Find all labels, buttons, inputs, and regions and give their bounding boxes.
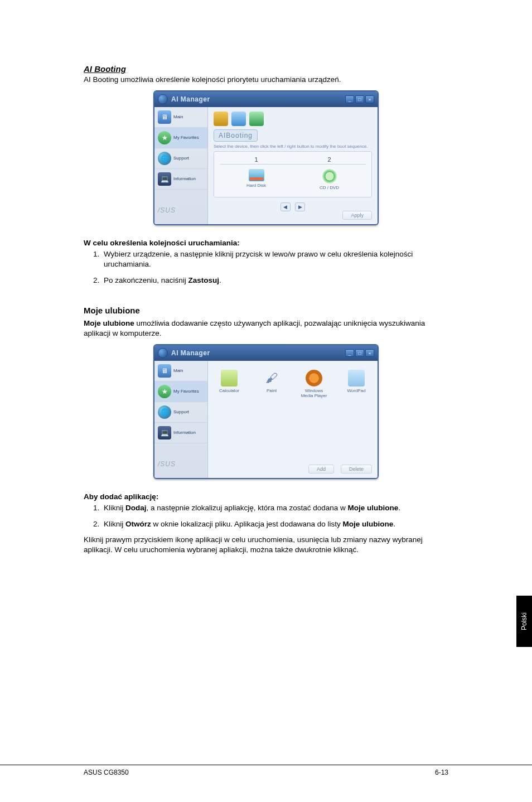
brand-logo: /SUS (154, 202, 207, 219)
ai-booting-screenshot: AI Manager _ □ × 🖥 Main ★ My Favorites (84, 90, 448, 228)
add-app-heading: Aby dodać aplikację: (84, 492, 448, 501)
titlebar: AI Manager _ □ × (154, 91, 378, 107)
cd-dvd-icon (322, 169, 337, 183)
boot-step-1: Wybierz urządzenie, a następnie kliknij … (101, 249, 448, 269)
favorites-screenshot: AI Manager _ □ × 🖥 Main ★ My Favorites (84, 344, 448, 481)
window-controls: _ □ × (345, 349, 374, 357)
apply-button[interactable]: Apply (342, 211, 372, 220)
titlebar: AI Manager _ □ × (154, 345, 378, 361)
col-1-header: 1 (220, 155, 293, 164)
window-title: AI Manager (171, 95, 210, 103)
sidebar-item-support[interactable]: 🌐 Support (154, 402, 207, 423)
closing-paragraph: Kliknij prawym przyciskiem ikonę aplikac… (84, 535, 448, 555)
globe-icon: 🌐 (158, 405, 171, 419)
col-2-header: 2 (293, 155, 366, 164)
page-footer: ASUS CG8350 6-13 (0, 765, 532, 776)
boot-order-table: 1 2 Hard Disk CD / DVD (214, 151, 372, 197)
add-app-step-2: Kliknij Otwórz w oknie lokalizacji pliku… (101, 519, 448, 529)
media-player-icon (306, 370, 322, 386)
sidebar: 🖥 Main ★ My Favorites 🌐 Support 💻 Inform… (154, 107, 208, 224)
panel-hint: Select the device, then click the left /… (214, 144, 372, 149)
fav-app-wordpad[interactable]: WordPad (341, 370, 372, 393)
monitor-icon: 🖥 (158, 110, 171, 124)
minimize-button[interactable]: _ (345, 349, 354, 357)
close-button[interactable]: × (365, 95, 374, 103)
toolbar-icon-1[interactable] (214, 112, 228, 126)
globe-icon: 🌐 (158, 152, 171, 165)
maximize-button[interactable]: □ (355, 95, 364, 103)
window-title: AI Manager (171, 349, 210, 357)
sidebar-item-favorites[interactable]: ★ My Favorites (154, 381, 207, 402)
monitor-icon: 🖥 (158, 364, 171, 378)
sidebar-item-support[interactable]: 🌐 Support (154, 148, 207, 169)
toolbar-icon-2[interactable] (231, 112, 246, 126)
ai-manager-window-2: AI Manager _ □ × 🖥 Main ★ My Favorites (153, 344, 379, 479)
wordpad-icon (348, 370, 365, 386)
fav-app-paint[interactable]: 🖌 Paint (256, 370, 287, 393)
minimize-button[interactable]: _ (345, 95, 354, 103)
boot-order-heading: W celu określenia kolejności uruchamiani… (84, 239, 448, 247)
sidebar: 🖥 Main ★ My Favorites 🌐 Support 💻 Inform… (154, 361, 208, 478)
section-favorites-title: Moje ulubione (84, 306, 448, 315)
ai-manager-window-1: AI Manager _ □ × 🖥 Main ★ My Favorites (153, 90, 379, 225)
favorites-panel: Calculator 🖌 Paint Windows Media Player (208, 361, 378, 478)
add-app-step-1: Kliknij Dodaj, a następnie zlokalizuj ap… (101, 503, 448, 513)
toolbar-icon-3[interactable] (249, 112, 264, 126)
boot-order-steps: Wybierz urządzenie, a następnie kliknij … (84, 249, 448, 286)
footer-model: ASUS CG8350 (84, 769, 129, 776)
footer-page-number: 6-13 (435, 769, 448, 776)
info-icon: 💻 (158, 426, 171, 439)
favorites-intro: Moje ulubione umożliwia dodawanie często… (84, 318, 448, 339)
fav-app-media-player[interactable]: Windows Media Player (298, 370, 330, 398)
add-button[interactable]: Add (308, 465, 334, 474)
section-ai-booting-title: AI Booting (84, 64, 448, 74)
calculator-icon (221, 370, 238, 386)
brand-logo: /SUS (154, 456, 207, 472)
favorites-icon: ★ (158, 131, 171, 144)
app-logo-icon (158, 348, 168, 358)
window-controls: _ □ × (345, 95, 374, 103)
move-right-button[interactable]: ▶ (295, 202, 305, 211)
ai-booting-intro: AI Booting umożliwia określenie kolejnoś… (84, 75, 448, 85)
paint-icon: 🖌 (263, 370, 280, 386)
sidebar-item-information[interactable]: 💻 Information (154, 169, 207, 190)
language-tab: Polski (516, 596, 532, 647)
add-app-steps: Kliknij Dodaj, a następnie zlokalizuj ap… (84, 503, 448, 529)
boot-device-2[interactable]: CD / DVD (293, 165, 366, 191)
delete-button[interactable]: Delete (341, 465, 372, 474)
favorites-icon: ★ (158, 385, 171, 398)
move-left-button[interactable]: ◀ (280, 202, 291, 211)
boot-device-1[interactable]: Hard Disk (220, 165, 293, 191)
boot-step-2: Po zakończeniu, naciśnij Zastosuj. (101, 276, 448, 286)
sidebar-item-information[interactable]: 💻 Information (154, 423, 207, 443)
ai-booting-panel: AIBooting Select the device, then click … (208, 107, 378, 224)
close-button[interactable]: × (365, 349, 374, 357)
maximize-button[interactable]: □ (355, 349, 364, 357)
app-logo-icon (158, 94, 168, 104)
info-icon: 💻 (158, 172, 171, 186)
hard-disk-icon (249, 169, 264, 181)
sidebar-item-favorites[interactable]: ★ My Favorites (154, 128, 207, 148)
fav-app-calculator[interactable]: Calculator (214, 370, 245, 393)
toolbar (214, 112, 372, 126)
panel-title: AIBooting (214, 129, 258, 142)
sidebar-item-main[interactable]: 🖥 Main (154, 107, 207, 128)
sidebar-item-main[interactable]: 🖥 Main (154, 361, 207, 381)
